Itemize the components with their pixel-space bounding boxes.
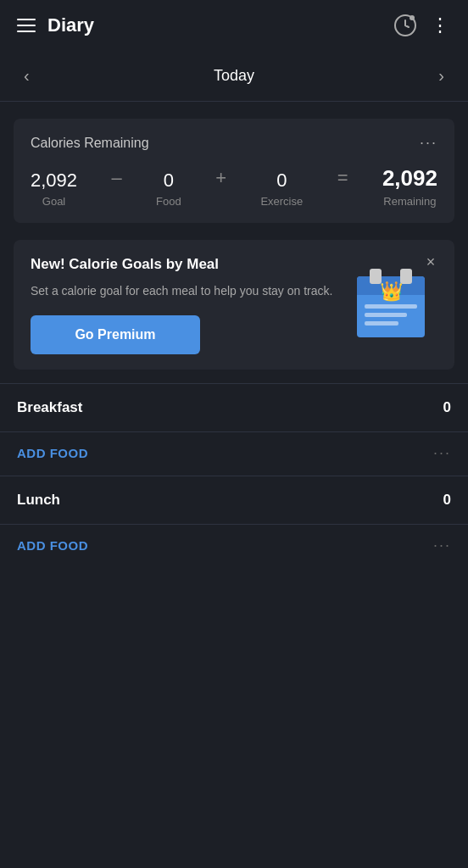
lunch-more-button[interactable]: ··· [433,537,451,554]
goal-item: 2,092 Goal [31,170,77,208]
go-premium-button[interactable]: Go Premium [31,315,200,354]
prev-date-button[interactable]: ‹ [17,63,36,89]
svg-point-1 [410,15,415,20]
breakfast-add-food-button[interactable]: ADD FOOD [17,446,88,460]
exercise-item: 0 Exercise [260,170,303,208]
hamburger-icon[interactable] [17,19,36,32]
calories-title: Calories Remaining [31,136,149,151]
exercise-value: 0 [276,170,287,192]
remaining-label: Remaining [383,195,436,208]
breakfast-calories: 0 [443,399,451,416]
header-more-button[interactable]: ⋮ [431,14,451,36]
equals-operator: = [331,167,355,208]
date-nav: ‹ Today › [0,51,468,102]
minus-operator: – [104,167,128,208]
exercise-label: Exercise [260,195,303,208]
next-date-button[interactable]: › [432,63,451,89]
remaining-value: 2,092 [382,165,437,192]
food-label: Food [156,195,181,208]
promo-title: New! Calorie Goals by Meal [31,255,336,274]
header-right: ⋮ [393,14,451,37]
lunch-section: Lunch 0 ADD FOOD ··· [0,476,468,566]
app-header: Diary ⋮ [0,0,468,51]
promo-card: New! Calorie Goals by Meal Set a calorie… [14,240,454,370]
lunch-label: Lunch [17,492,60,509]
calories-card: Calories Remaining ··· 2,092 Goal – 0 Fo… [14,119,454,223]
breakfast-label: Breakfast [17,399,83,416]
svg-rect-9 [365,321,398,326]
breakfast-more-button[interactable]: ··· [433,444,451,462]
food-value: 0 [164,170,174,192]
goal-label: Goal [42,195,65,208]
promo-description: Set a calorie goal for each meal to help… [31,282,336,300]
lunch-add-food-button[interactable]: ADD FOOD [17,538,88,553]
goal-value: 2,092 [31,170,77,192]
meals-container: Breakfast 0 ADD FOOD ··· Lunch 0 ADD FOO… [0,383,468,566]
food-item: 0 Food [156,170,181,208]
header-left: Diary [17,14,94,36]
clock-icon[interactable] [393,14,417,37]
svg-rect-7 [365,304,417,309]
plus-operator: + [209,167,233,208]
svg-text:👑: 👑 [380,280,404,303]
calories-more-button[interactable]: ··· [420,134,437,152]
breakfast-section: Breakfast 0 ADD FOOD ··· [0,383,468,474]
lunch-add-food-row: ADD FOOD ··· [0,524,468,566]
lunch-calories: 0 [443,492,451,509]
calories-row: 2,092 Goal – 0 Food + 0 Exercise = 2,092… [31,165,437,208]
svg-rect-8 [365,313,407,317]
promo-content: New! Calorie Goals by Meal Set a calorie… [31,255,344,354]
remaining-item: 2,092 Remaining [382,165,437,208]
calories-header: Calories Remaining ··· [31,134,437,152]
page-title: Diary [47,14,94,36]
breakfast-header: Breakfast 0 [0,384,468,431]
breakfast-add-food-row: ADD FOOD ··· [0,431,468,474]
lunch-header: Lunch 0 [0,476,468,524]
current-date-label: Today [214,67,254,85]
promo-close-button[interactable]: × [421,252,441,272]
